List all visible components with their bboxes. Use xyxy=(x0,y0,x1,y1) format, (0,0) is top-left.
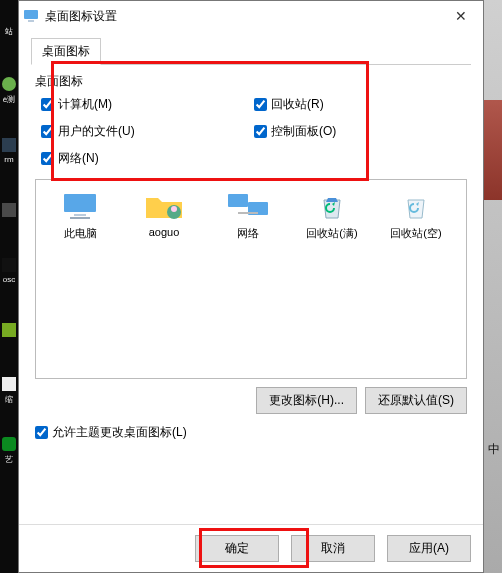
button-label: 更改图标(H)... xyxy=(269,393,344,407)
svg-rect-16 xyxy=(238,212,258,214)
checkbox-label: 允许主题更改桌面图标(L) xyxy=(52,424,187,441)
checkbox-recycle-input[interactable] xyxy=(254,98,267,111)
browser-right-sliver: 中 xyxy=(484,0,502,573)
svg-rect-9 xyxy=(64,194,96,212)
window-title: 桌面图标设置 xyxy=(45,8,443,25)
checkbox-computer[interactable]: 计算机(M) xyxy=(41,96,254,113)
tab-label: 桌面图标 xyxy=(42,44,90,58)
svg-rect-10 xyxy=(74,214,86,216)
preview-button-row: 更改图标(H)... 还原默认值(S) xyxy=(35,387,467,414)
preview-this-pc[interactable]: 此电脑 xyxy=(40,190,120,368)
svg-rect-3 xyxy=(2,258,16,272)
checkbox-controlpanel-input[interactable] xyxy=(254,125,267,138)
allow-themes-checkbox[interactable]: 允许主题更改桌面图标(L) xyxy=(35,424,467,441)
svg-rect-5 xyxy=(2,377,16,391)
desktop-icon-fragment-7: 缩 xyxy=(0,360,18,420)
dialog-content: 桌面图标 计算机(M) 回收站(R) 用户的文件(U) 控制面板(O) xyxy=(19,65,483,524)
checkbox-grid: 计算机(M) 回收站(R) 用户的文件(U) 控制面板(O) 网络(N) xyxy=(35,96,467,167)
apply-button[interactable]: 应用(A) xyxy=(387,535,471,562)
checkbox-label: 回收站(R) xyxy=(271,96,324,113)
desktop-icons-group: 桌面图标 计算机(M) 回收站(R) 用户的文件(U) 控制面板(O) xyxy=(35,73,467,167)
svg-point-0 xyxy=(2,77,16,91)
checkbox-label: 计算机(M) xyxy=(58,96,112,113)
preview-label: aoguo xyxy=(124,226,204,238)
desktop-icon-fragment-3: rm xyxy=(0,120,18,180)
preview-bin-empty[interactable]: 回收站(空) xyxy=(376,190,456,368)
recycle-bin-full-icon xyxy=(308,190,356,222)
button-label: 还原默认值(S) xyxy=(378,393,454,407)
tab-bar: 桌面图标 xyxy=(31,37,471,65)
checkbox-computer-input[interactable] xyxy=(41,98,54,111)
restore-default-button[interactable]: 还原默认值(S) xyxy=(365,387,467,414)
user-folder-icon xyxy=(140,190,188,222)
svg-rect-14 xyxy=(228,194,248,207)
svg-rect-6 xyxy=(2,437,16,451)
svg-rect-2 xyxy=(2,203,16,217)
cancel-button[interactable]: 取消 xyxy=(291,535,375,562)
titlebar: 桌面图标设置 ✕ xyxy=(19,1,483,31)
svg-rect-11 xyxy=(70,217,90,219)
group-label: 桌面图标 xyxy=(35,73,467,90)
allow-themes-input[interactable] xyxy=(35,426,48,439)
svg-rect-7 xyxy=(24,10,38,19)
svg-rect-1 xyxy=(2,138,16,152)
checkbox-userfiles-input[interactable] xyxy=(41,125,54,138)
checkbox-label: 控制面板(O) xyxy=(271,123,336,140)
checkbox-recycle[interactable]: 回收站(R) xyxy=(254,96,467,113)
checkbox-network[interactable]: 网络(N) xyxy=(41,150,254,167)
preview-bin-full[interactable]: 回收站(满) xyxy=(292,190,372,368)
desktop-icon-fragment-2: è测 xyxy=(0,60,18,120)
network-icon xyxy=(224,190,272,222)
dialog-action-row: 确定 取消 应用(A) xyxy=(19,524,483,572)
this-pc-icon xyxy=(56,190,104,222)
desktop-sidebar: 站 è测 rm osc 缩 艺 xyxy=(0,0,18,573)
app-icon xyxy=(23,8,39,24)
desktop-icon-settings-dialog: 桌面图标设置 ✕ 桌面图标 桌面图标 计算机(M) 回收站(R) 用户的文件(U… xyxy=(18,0,484,573)
desktop-icon-fragment-4 xyxy=(0,180,18,240)
checkbox-label: 用户的文件(U) xyxy=(58,123,135,140)
button-label: 取消 xyxy=(321,541,345,555)
desktop-icon-fragment-1: 站 xyxy=(0,0,18,60)
tab-desktop-icons[interactable]: 桌面图标 xyxy=(31,38,101,65)
ok-button[interactable]: 确定 xyxy=(195,535,279,562)
preview-label: 回收站(空) xyxy=(376,226,456,241)
close-icon: ✕ xyxy=(455,8,467,24)
preview-label: 回收站(满) xyxy=(292,226,372,241)
button-label: 应用(A) xyxy=(409,541,449,555)
button-label: 确定 xyxy=(225,541,249,555)
desktop-icon-fragment-6 xyxy=(0,300,18,360)
desktop-icon-fragment-8: 艺 xyxy=(0,420,18,480)
close-button[interactable]: ✕ xyxy=(443,2,479,30)
preview-label: 网络 xyxy=(208,226,288,241)
preview-label: 此电脑 xyxy=(40,226,120,241)
checkbox-label: 网络(N) xyxy=(58,150,99,167)
change-icon-button[interactable]: 更改图标(H)... xyxy=(256,387,357,414)
svg-point-13 xyxy=(171,206,177,212)
recycle-bin-empty-icon xyxy=(392,190,440,222)
preview-network[interactable]: 网络 xyxy=(208,190,288,368)
checkbox-userfiles[interactable]: 用户的文件(U) xyxy=(41,123,254,140)
checkbox-controlpanel[interactable]: 控制面板(O) xyxy=(254,123,467,140)
icon-preview-box: 此电脑 aoguo 网络 回收站(满) 回收站(空) xyxy=(35,179,467,379)
checkbox-network-input[interactable] xyxy=(41,152,54,165)
svg-rect-8 xyxy=(28,20,34,22)
preview-user[interactable]: aoguo xyxy=(124,190,204,368)
desktop-icon-fragment-5: osc xyxy=(0,240,18,300)
svg-rect-4 xyxy=(2,323,16,337)
